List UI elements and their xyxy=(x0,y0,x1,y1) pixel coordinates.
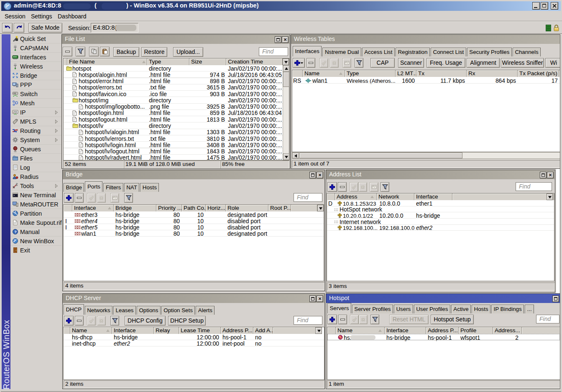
svg-text:?: ? xyxy=(14,229,17,234)
svg-text:255: 255 xyxy=(13,111,17,113)
